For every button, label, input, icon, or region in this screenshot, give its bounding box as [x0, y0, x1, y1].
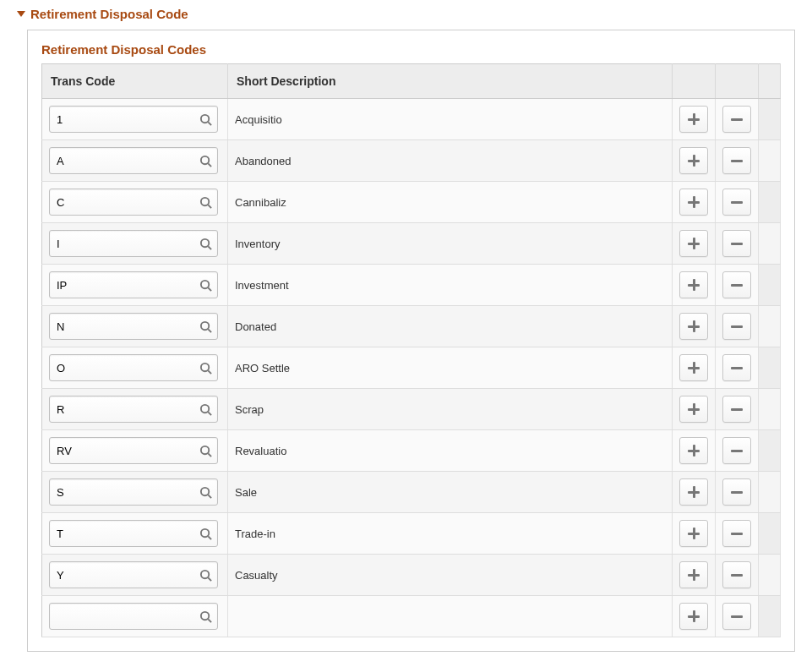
minus-icon: [731, 155, 743, 167]
trans-code-input[interactable]: [49, 271, 218, 298]
delete-row-button[interactable]: [722, 189, 751, 216]
lookup-button[interactable]: [198, 609, 213, 624]
add-row-button[interactable]: [679, 478, 708, 506]
add-row-button[interactable]: [679, 437, 708, 464]
col-header-trans[interactable]: Trans Code: [42, 64, 228, 99]
minus-icon: [731, 320, 743, 332]
trans-code-input[interactable]: [49, 313, 218, 340]
short-description: Sale: [235, 486, 257, 499]
trans-code-input[interactable]: [49, 478, 218, 506]
trans-code-input[interactable]: [49, 520, 218, 547]
trans-code-field: [49, 396, 218, 423]
search-icon: [199, 155, 212, 167]
svg-point-18: [200, 487, 208, 495]
delete-row-button[interactable]: [722, 520, 751, 547]
lookup-button[interactable]: [198, 360, 213, 375]
trans-code-field: [49, 189, 218, 216]
table-row: Sale: [42, 472, 781, 513]
delete-row-button[interactable]: [722, 478, 751, 506]
trans-code-input[interactable]: [49, 561, 218, 588]
minus-icon: [731, 238, 743, 249]
lookup-button[interactable]: [198, 443, 213, 458]
table-row: Investment: [42, 265, 781, 306]
svg-point-14: [200, 404, 208, 412]
lookup-button[interactable]: [198, 277, 213, 292]
lookup-button[interactable]: [198, 526, 213, 541]
trans-code-input[interactable]: [49, 437, 218, 464]
trans-code-input[interactable]: [49, 106, 218, 133]
add-row-button[interactable]: [679, 396, 708, 423]
grid-title: Retirement Disposal Codes: [41, 42, 781, 57]
plus-icon: [688, 320, 700, 332]
plus-icon: [688, 362, 700, 374]
add-row-button[interactable]: [679, 189, 708, 216]
delete-row-button[interactable]: [722, 230, 751, 257]
trans-code-field: [49, 106, 218, 133]
lookup-button[interactable]: [198, 402, 213, 417]
search-icon: [199, 569, 212, 582]
add-row-button[interactable]: [679, 561, 708, 588]
add-row-button[interactable]: [679, 520, 708, 547]
trans-code-input[interactable]: [49, 189, 218, 216]
trans-code-input[interactable]: [49, 147, 218, 174]
svg-point-6: [200, 238, 208, 246]
delete-row-button[interactable]: [722, 561, 751, 588]
search-icon: [199, 445, 212, 457]
caret-down-icon[interactable]: [17, 11, 25, 17]
add-row-button[interactable]: [679, 147, 708, 174]
table-row: [42, 596, 781, 637]
row-tail: [759, 596, 781, 637]
delete-row-button[interactable]: [722, 271, 751, 298]
plus-icon: [688, 238, 700, 249]
lookup-button[interactable]: [198, 319, 213, 334]
trans-code-field: [49, 437, 218, 464]
lookup-button[interactable]: [198, 236, 213, 251]
trans-code-input[interactable]: [49, 230, 218, 257]
svg-point-2: [200, 156, 208, 163]
delete-row-button[interactable]: [722, 313, 751, 340]
add-row-button[interactable]: [679, 354, 708, 381]
short-description: ARO Settle: [235, 362, 290, 375]
row-tail: [759, 306, 781, 347]
panel: Retirement Disposal Codes Trans Code Sho…: [27, 30, 795, 652]
delete-row-button[interactable]: [722, 106, 751, 133]
plus-icon: [688, 486, 700, 498]
delete-row-button[interactable]: [722, 437, 751, 464]
short-description: Trade-in: [235, 528, 275, 540]
svg-point-12: [200, 363, 208, 370]
short-description: Inventory: [235, 238, 280, 250]
minus-icon: [731, 196, 743, 208]
delete-row-button[interactable]: [722, 603, 751, 630]
col-header-desc[interactable]: Short Description: [228, 64, 673, 99]
lookup-button[interactable]: [198, 484, 213, 500]
search-icon: [199, 320, 212, 333]
svg-line-21: [208, 536, 211, 539]
add-row-button[interactable]: [679, 271, 708, 298]
delete-row-button[interactable]: [722, 354, 751, 381]
svg-line-15: [208, 412, 211, 415]
lookup-button[interactable]: [198, 194, 213, 210]
lookup-button[interactable]: [198, 153, 213, 168]
row-tail: [759, 99, 781, 140]
table-row: Inventory: [42, 223, 781, 265]
delete-row-button[interactable]: [722, 396, 751, 423]
trans-code-input[interactable]: [49, 396, 218, 423]
add-row-button[interactable]: [679, 603, 708, 630]
disposal-codes-table: Trans Code Short Description Acquis: [41, 63, 781, 637]
table-row: Donated: [42, 306, 781, 347]
trans-code-input[interactable]: [49, 354, 218, 381]
plus-icon: [688, 445, 700, 457]
trans-code-input[interactable]: [49, 603, 218, 630]
plus-icon: [688, 403, 700, 415]
table-row: Acquisitio: [42, 99, 781, 140]
short-description: Investment: [235, 279, 289, 292]
table-row: ARO Settle: [42, 347, 781, 389]
add-row-button[interactable]: [679, 106, 708, 133]
add-row-button[interactable]: [679, 230, 708, 257]
lookup-button[interactable]: [198, 567, 213, 582]
row-tail: [759, 389, 781, 430]
add-row-button[interactable]: [679, 313, 708, 340]
delete-row-button[interactable]: [722, 147, 751, 174]
lookup-button[interactable]: [198, 112, 213, 127]
short-description: Scrap: [235, 403, 264, 416]
